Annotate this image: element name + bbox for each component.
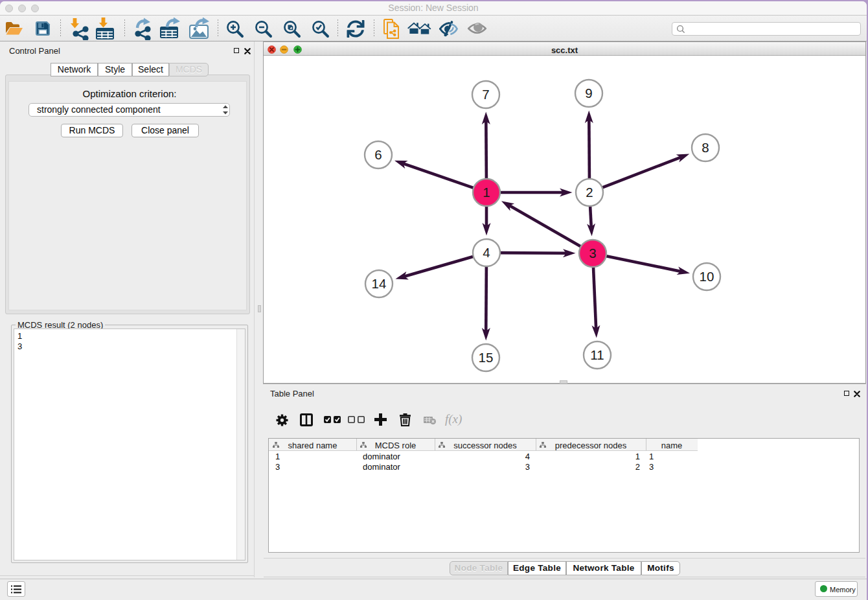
- svg-text:4: 4: [483, 245, 490, 260]
- svg-text:14: 14: [372, 276, 387, 291]
- svg-text:1: 1: [483, 185, 490, 200]
- svg-text:7: 7: [482, 87, 489, 102]
- svg-text:2: 2: [586, 185, 593, 200]
- svg-text:3: 3: [589, 246, 596, 260]
- svg-text:11: 11: [590, 347, 604, 362]
- svg-text:10: 10: [700, 269, 714, 284]
- svg-text:6: 6: [374, 147, 382, 162]
- svg-text:9: 9: [585, 86, 592, 100]
- svg-text:15: 15: [479, 350, 494, 365]
- svg-text:8: 8: [702, 140, 709, 155]
